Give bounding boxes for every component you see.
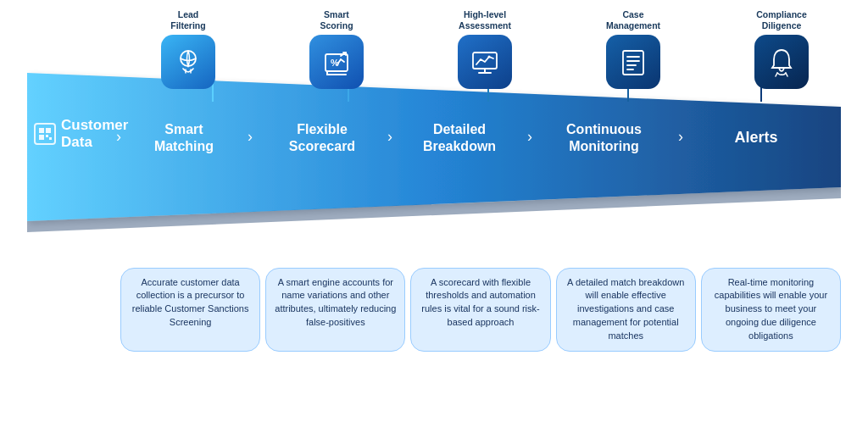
svg-rect-20 [46, 135, 48, 137]
stage-label-detailed-breakdown: DetailedBreakdown [404, 121, 515, 155]
desc-card-flexible-scorecard: A smart engine accounts for name variati… [265, 268, 405, 353]
icon-label-detailed-breakdown: High-levelAssessment [459, 9, 511, 31]
arrow-1: › [116, 128, 121, 146]
stage-flexible-scorecard: FlexibleScorecard [267, 121, 377, 155]
desc-card-alerts: Real-time monitoring capabilities will e… [701, 268, 841, 353]
icon-box-flexible-scorecard: % [309, 35, 364, 89]
stage-customer-data: CustomerData [34, 117, 128, 152]
desc-text-flexible-scorecard: A smart engine accounts for name variati… [275, 277, 396, 328]
svg-rect-10 [623, 51, 643, 75]
svg-line-16 [776, 73, 777, 76]
desc-card-continuous-monitoring: A detailed match breakdown will enable e… [556, 268, 696, 353]
document-list-icon [617, 46, 649, 78]
qr-icon [38, 127, 52, 141]
globe-hands-icon [172, 46, 204, 78]
icon-box-alerts [754, 35, 809, 89]
stage-alerts: Alerts [697, 128, 815, 147]
bell-hand-icon [765, 46, 798, 78]
icon-label-continuous-monitoring: CaseManagement [606, 9, 660, 31]
svg-rect-19 [39, 135, 44, 140]
icon-col-continuous-monitoring: CaseManagement [574, 9, 693, 89]
desc-text-continuous-monitoring: A detailed match breakdown will enable e… [567, 277, 684, 341]
arrow-2: › [248, 128, 253, 146]
stage-smart-matching: SmartMatching [133, 121, 235, 155]
arrow-5: › [678, 128, 683, 146]
stage-label-alerts: Alerts [697, 128, 815, 147]
icon-box-detailed-breakdown [458, 35, 512, 89]
icon-label-flexible-scorecard: SmartScoring [320, 9, 353, 31]
icon-label-smart-matching: Lead Filtering [170, 9, 205, 31]
desc-card-detailed-breakdown: A scorecard with flexible thresholds and… [410, 268, 550, 353]
desc-text-smart-matching: Accurate customer data collection is a p… [132, 277, 249, 328]
svg-rect-17 [39, 128, 44, 133]
bottom-cards-row: Accurate customer data collection is a p… [120, 268, 841, 353]
stage-label-smart-matching: SmartMatching [133, 121, 235, 155]
desc-text-detailed-breakdown: A scorecard with flexible thresholds and… [421, 277, 539, 328]
icon-col-detailed-breakdown: High-levelAssessment [426, 9, 544, 89]
stage-continuous-monitoring: ContinuousMonitoring [542, 121, 665, 155]
arrow-4: › [527, 128, 532, 146]
stage-label-flexible-scorecard: FlexibleScorecard [267, 121, 377, 155]
icon-col-alerts: ComplianceDiligence [722, 9, 841, 89]
stage-detailed-breakdown: DetailedBreakdown [404, 121, 515, 155]
icon-col-smart-matching: Lead Filtering [129, 9, 248, 89]
desc-card-smart-matching: Accurate customer data collection is a p… [120, 268, 260, 353]
desc-text-alerts: Real-time monitoring capabilities will e… [715, 277, 827, 341]
svg-line-15 [786, 73, 787, 76]
customer-data-icon [34, 123, 56, 145]
top-icons-row: Lead Filtering SmartScoring % [129, 9, 841, 89]
stage-label-continuous-monitoring: ContinuousMonitoring [542, 121, 665, 155]
icon-label-alerts: ComplianceDiligence [756, 9, 807, 31]
chart-percent-icon: % [320, 46, 353, 78]
svg-point-9 [488, 55, 491, 58]
svg-rect-21 [49, 137, 52, 140]
svg-rect-18 [46, 128, 51, 133]
main-container: Lead Filtering SmartScoring % [19, 9, 849, 425]
arrow-3: › [387, 128, 392, 146]
icon-box-continuous-monitoring [606, 35, 660, 89]
monitor-chart-icon [469, 46, 501, 78]
svg-rect-6 [473, 53, 497, 69]
icon-col-flexible-scorecard: SmartScoring % [277, 9, 396, 89]
icon-box-smart-matching [161, 35, 215, 89]
